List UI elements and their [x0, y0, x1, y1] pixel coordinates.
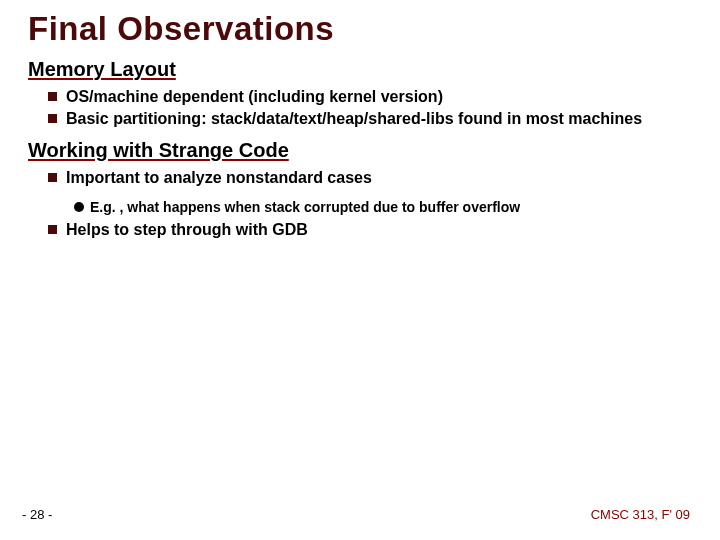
sub-bullet-item: E.g. , what happens when stack corrupted…	[74, 198, 692, 216]
slide: Final Observations Memory Layout OS/mach…	[0, 0, 720, 540]
slide-title: Final Observations	[28, 10, 692, 48]
bullet-list-memory-layout: OS/machine dependent (including kernel v…	[28, 87, 692, 129]
course-label: CMSC 313, F' 09	[591, 507, 690, 522]
bullet-list-strange-code-2: Helps to step through with GDB	[28, 220, 692, 240]
section-heading-memory-layout: Memory Layout	[28, 58, 692, 81]
section-heading-strange-code: Working with Strange Code	[28, 139, 692, 162]
bullet-item: Important to analyze nonstandard cases	[48, 168, 692, 188]
sub-bullet-list: E.g. , what happens when stack corrupted…	[28, 198, 692, 216]
bullet-list-strange-code: Important to analyze nonstandard cases	[28, 168, 692, 188]
bullet-item: OS/machine dependent (including kernel v…	[48, 87, 692, 107]
bullet-item: Basic partitioning: stack/data/text/heap…	[48, 109, 692, 129]
bullet-item: Helps to step through with GDB	[48, 220, 692, 240]
page-number: - 28 -	[22, 507, 52, 522]
